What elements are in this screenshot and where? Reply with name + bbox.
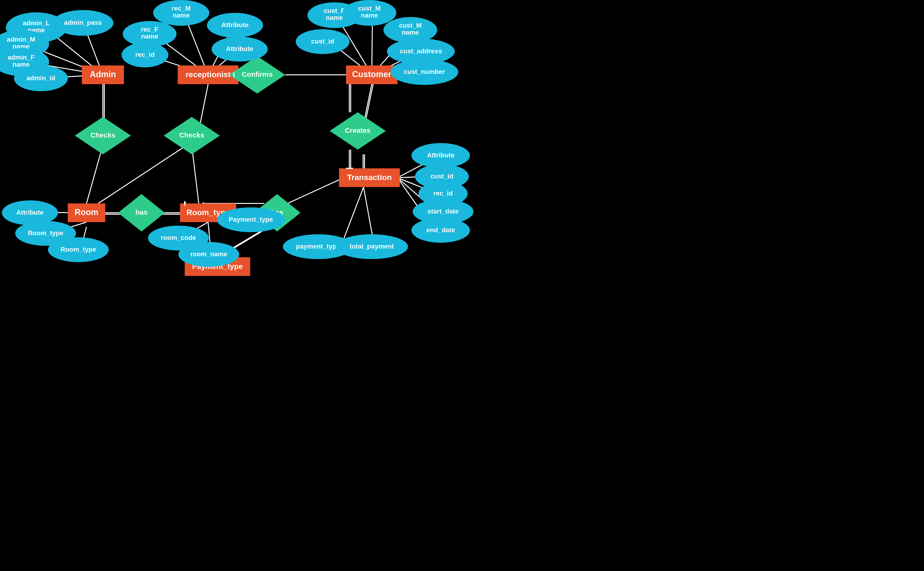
svg-text:Payment_type: Payment_type — [229, 216, 273, 223]
relation-has-room-label: has — [136, 208, 148, 216]
svg-text:admin_pass: admin_pass — [64, 19, 102, 26]
svg-text:cust_id: cust_id — [311, 38, 334, 45]
svg-text:admin_M: admin_M — [7, 36, 35, 43]
svg-text:rec_M: rec_M — [172, 5, 191, 12]
svg-text:name: name — [326, 14, 343, 21]
svg-text:name: name — [361, 12, 378, 19]
svg-text:admin_id: admin_id — [27, 74, 56, 82]
relation-confirms-label: Confirms — [242, 70, 273, 78]
svg-text:cust_number: cust_number — [404, 68, 445, 75]
svg-text:cust_F: cust_F — [324, 7, 345, 14]
svg-text:name: name — [12, 61, 29, 68]
svg-text:rec_id: rec_id — [433, 190, 453, 197]
entity-transaction-label: Transaction — [347, 173, 392, 182]
svg-text:total_payment: total_payment — [350, 243, 394, 250]
svg-text:cust_address: cust_address — [400, 48, 442, 55]
svg-text:cust_id: cust_id — [430, 173, 454, 180]
svg-text:rec_id: rec_id — [136, 51, 155, 58]
svg-text:rec_F: rec_F — [141, 26, 159, 33]
entity-receptionist-label: receptionist — [186, 70, 231, 79]
svg-text:room_code: room_code — [161, 234, 196, 241]
svg-text:room_name: room_name — [190, 250, 227, 258]
entity-room-label: Room — [75, 207, 99, 217]
svg-text:name: name — [402, 29, 419, 36]
relation-checks-rec-label: Checks — [179, 131, 204, 139]
svg-text:start_date: start_date — [427, 208, 459, 215]
svg-text:Room_type: Room_type — [28, 229, 63, 237]
relation-creates-label: Creates — [345, 127, 370, 134]
svg-text:name: name — [141, 33, 158, 40]
svg-text:admin_F: admin_F — [8, 54, 34, 61]
svg-text:payment_type: payment_type — [296, 243, 340, 250]
svg-text:Attribute: Attribute — [16, 209, 44, 216]
svg-text:end_date: end_date — [426, 226, 455, 234]
svg-text:name: name — [173, 12, 190, 19]
svg-text:Room_type: Room_type — [60, 246, 96, 253]
svg-text:Attribute: Attribute — [226, 45, 253, 52]
svg-text:admin_L: admin_L — [23, 19, 49, 27]
svg-rect-0 — [0, 0, 924, 571]
svg-text:cust_M: cust_M — [358, 5, 381, 12]
svg-text:Attribute: Attribute — [427, 151, 455, 159]
entity-customer-label: Customer — [352, 69, 392, 79]
svg-text:cust_M: cust_M — [399, 22, 421, 29]
entity-admin-label: Admin — [90, 69, 116, 79]
relation-checks-admin-label: Checks — [91, 131, 116, 139]
svg-text:Attribute: Attribute — [221, 21, 249, 29]
